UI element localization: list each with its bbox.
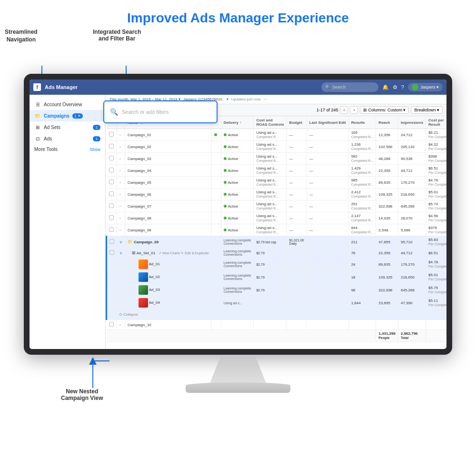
account-overview-label: Account Overview [44,102,82,107]
row-checkbox[interactable] [109,203,114,208]
row-checkbox[interactable] [109,239,114,244]
last-edit: — [307,129,348,141]
campaigns-icon: 📁 [34,112,41,119]
account-overview-icon: ☰ [34,101,41,108]
sidebar-item-adsets[interactable]: ⊞ Ad Sets 1 [30,121,105,133]
row-checkbox[interactable] [109,191,114,196]
nested-adset-row: ∨ ⊞ Ad_Set_01 ↗ View Charts ✎ Edit ⧉ Dup… [107,248,447,258]
expand-icon[interactable]: › [117,165,125,177]
search-bar[interactable]: 🔍 Search or add filters [106,100,218,123]
collapse-row: ⊙ Collapse [107,309,447,320]
search-icon: 🔍 [325,85,330,90]
expand-icon[interactable]: › [117,320,125,330]
page-title: Improved Ads Manager Experience [0,0,476,30]
expand-icon[interactable]: › [117,189,125,200]
more-tools-label: More Tools [34,147,58,152]
expand-icon[interactable]: › [117,129,125,141]
ad-thumbnail [139,285,148,295]
expand-icon[interactable]: › [117,141,125,153]
breakdown-button[interactable]: Breakdown ▾ [411,106,443,114]
row-checkbox[interactable] [109,322,114,327]
adsets-badge: 1 [93,125,100,130]
table-row: › Campaign_01 Active Using ad s...Comple… [107,129,447,141]
adsets-icon: ⊞ [34,124,41,130]
sidebar-item-ads[interactable]: ⊡ Ads 1 [30,133,105,144]
toolbar-updated: Updated just now [231,97,261,101]
expand-icon[interactable]: › [117,153,125,165]
row-checkbox[interactable] [109,168,114,172]
campaigns-label: Campaigns [44,113,69,119]
row-checkbox[interactable] [109,132,114,137]
expand-icon[interactable]: ∨ [117,248,125,258]
prev-page-button[interactable]: ‹ [340,106,348,114]
notification-icon[interactable]: 🔔 [382,84,389,90]
expand-icon[interactable]: › [117,200,125,212]
table-row: › Campaign_09 Active Using ad s...Comple… [107,224,447,236]
cost-per-result: $6.21Per Complet... [426,129,446,141]
user-name: Jaspers ▾ [420,85,439,90]
row-checkbox[interactable] [109,144,114,149]
campaigns-table: Name ↑↓ Delivery ↑ Cost andROAS Controls… [106,116,446,349]
table-row: › Campaign_07 Active Using ad s...Comple… [107,200,447,212]
ad-thumbnail [139,259,148,269]
search-input-text: Search or add filters [122,109,169,115]
totals-row: 1,431,398People 2,862,796Total $39,649.7… [107,330,447,342]
expand-icon[interactable]: › [117,177,125,189]
row-checkbox[interactable] [109,215,114,220]
expand-icon[interactable]: › [117,212,125,224]
ads-icon: ⊡ [34,135,41,142]
col-budget[interactable]: Budget [287,116,307,129]
status-indicator [214,133,217,136]
monitor-stand [209,356,267,384]
next-page-button[interactable]: › [350,106,358,114]
col-impressions[interactable]: Impressions [398,116,426,129]
nested-ad-row: Ad_03 Learning completeConversions $2.79… [107,284,447,297]
delivery-status: Active [221,129,254,141]
col-results[interactable]: Results [348,116,376,129]
row-checkbox[interactable] [109,250,114,255]
main-panel: This month: Mar 1, 2019 – Mar 11, 2019 ▾… [106,95,446,349]
expand-icon[interactable]: ∨ [117,236,125,248]
ads-badge: 1 [93,136,100,141]
toolbar-more-icon[interactable]: ··· [264,97,268,102]
table-row: › Campaign_06 Active Using ad s...Comple… [107,189,447,200]
col-cost-roas[interactable]: Cost andROAS Controls [254,116,287,129]
settings-icon[interactable]: ⚙ [393,84,397,90]
nav-title: Ads Manager [45,84,78,90]
col-last-edit[interactable]: Last Significant Edit [307,116,348,129]
cost-roas: Using ad s...Completed R... [254,141,287,153]
monitor: f Ads Manager 🔍 Search 🔔 ⚙ ? Jaspers ▾ [24,74,452,398]
col-reach[interactable]: Reach [376,116,398,129]
search-placeholder: Search [332,85,346,90]
sidebar-more-tools: More Tools Show [30,144,105,154]
budget: — [287,129,307,141]
col-delivery[interactable]: Delivery ↑ [221,116,254,129]
row-checkbox[interactable] [109,180,114,184]
monitor-body: f Ads Manager 🔍 Search 🔔 ⚙ ? Jaspers ▾ [24,74,452,355]
table-row: › Campaign_03 Active Using ad s...Comple… [107,153,447,165]
top-nav: f Ads Manager 🔍 Search 🔔 ⚙ ? Jaspers ▾ [30,80,446,95]
row-checkbox[interactable] [109,156,114,160]
collapse-link[interactable]: ⊙ Collapse [109,311,446,318]
help-icon[interactable]: ? [401,84,404,90]
nested-ad-row: Ad_04 Using ad s... 1,644 23,695 47, [107,297,447,309]
expand-icon[interactable]: › [117,224,125,236]
sidebar-item-campaigns[interactable]: 📁 Campaigns 1 ✕ [30,110,105,121]
campaign-name: Campaign_02 [125,141,212,153]
nested-campaign-row: ∨ 📁 Campaign_09 Learning completeConvers… [107,236,447,248]
sidebar-item-account-overview[interactable]: ☰ Account Overview [30,99,105,110]
columns-button[interactable]: ⊞ Columns: Custom ▾ [360,106,409,114]
content-area: ☰ Account Overview 📁 Campaigns 1 ✕ ⊞ [30,95,446,349]
show-link[interactable]: Show [89,147,100,152]
pagination-label: 1-17 of 245 [317,108,338,112]
col-cost-result[interactable]: Cost perResult [426,116,446,129]
table-row: › Campaign_02 Active Using ad s...Comple… [107,141,447,153]
nav-user[interactable]: Jaspers ▾ [408,83,443,91]
results: 105Completed R... [348,129,376,141]
adsets-label: Ad Sets [44,125,60,130]
nested-ad-row: Ad_02 Learning completeConversions $2.79… [107,271,447,284]
row-checkbox[interactable] [109,227,114,232]
nav-search-input[interactable]: 🔍 Search [321,82,378,92]
delivery-status: Active [221,141,254,153]
columns-icon: ⊞ [363,108,367,112]
